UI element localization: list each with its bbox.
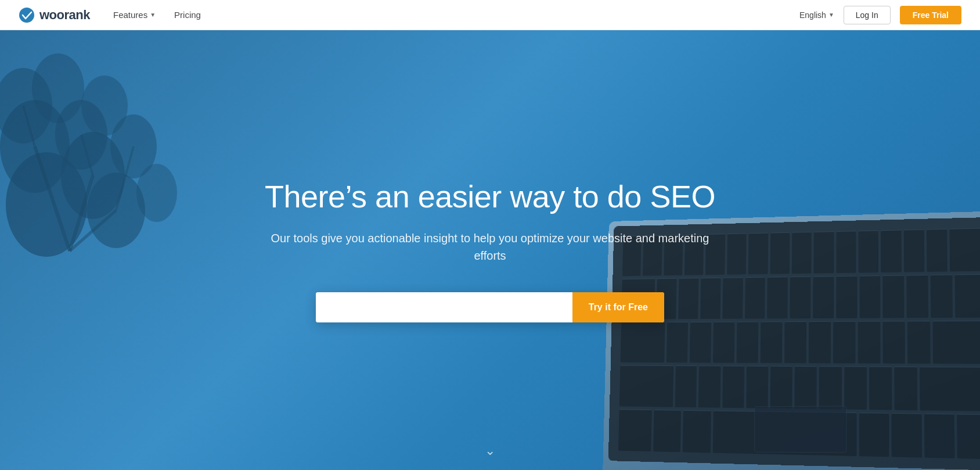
website-search-input[interactable]	[316, 292, 572, 322]
svg-point-9	[81, 76, 128, 136]
plant-decoration	[0, 30, 186, 274]
language-selector[interactable]: English ▼	[799, 10, 834, 20]
logo-text: woorank	[39, 8, 90, 23]
svg-point-10	[136, 164, 177, 222]
navbar-left: woorank Features ▼ Pricing	[19, 7, 201, 23]
scroll-indicator[interactable]: ⌄	[485, 443, 495, 458]
hero-content: There’s an easier way to do SEO Our tool…	[235, 178, 745, 322]
hero-title: There’s an easier way to do SEO	[258, 178, 722, 216]
navbar-right: English ▼ Log In Free Trial	[799, 6, 961, 24]
logo[interactable]: woorank	[19, 7, 90, 23]
svg-point-8	[32, 53, 84, 123]
hero-subtitle: Our tools give you actionable insight to…	[258, 229, 722, 264]
search-form: Try it for Free	[316, 292, 664, 322]
features-chevron-icon: ▼	[150, 12, 156, 18]
nav-links: Features ▼ Pricing	[113, 10, 201, 20]
hero-section: There’s an easier way to do SEO Our tool…	[0, 30, 980, 470]
free-trial-button[interactable]: Free Trial	[900, 6, 961, 24]
nav-pricing[interactable]: Pricing	[174, 10, 201, 20]
navbar: woorank Features ▼ Pricing English ▼ Log…	[0, 0, 980, 30]
woorank-logo-icon	[19, 7, 35, 23]
try-free-button[interactable]: Try it for Free	[572, 292, 664, 322]
nav-features[interactable]: Features ▼	[113, 10, 156, 20]
language-chevron-icon: ▼	[828, 12, 834, 18]
svg-point-0	[19, 8, 34, 23]
login-button[interactable]: Log In	[844, 6, 891, 24]
